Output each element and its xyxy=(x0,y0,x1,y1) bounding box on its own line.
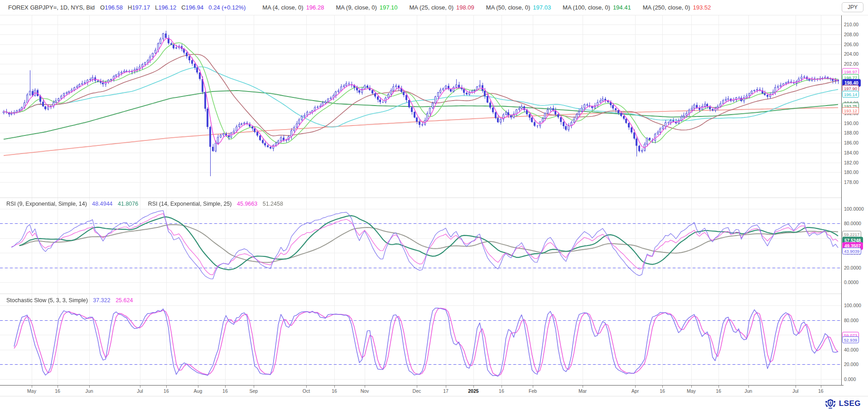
time-axis-tick-label: 16 xyxy=(818,388,824,394)
time-axis-tick xyxy=(719,386,719,388)
time-axis-tick xyxy=(140,386,140,388)
footer-separator xyxy=(0,396,868,396)
price-axis-tick-label: 180.00 xyxy=(844,169,858,175)
time-axis-tick xyxy=(821,386,821,388)
time-axis-tick xyxy=(89,386,90,388)
time-axis-tick xyxy=(635,386,636,388)
currency-axis-button[interactable]: JPY xyxy=(842,2,863,12)
stochastic-axis-tick-label: 80.000 xyxy=(844,318,858,323)
change-value: 0.24 (+0.12%) xyxy=(208,4,246,11)
time-axis-tick-label: Jun xyxy=(745,388,752,394)
rsi-axis-tick-label: 20.0000 xyxy=(844,265,861,270)
stochastic-axis-tick-label: 0.000 xyxy=(844,376,856,382)
rsi-axis-tick-label: 80.0000 xyxy=(844,221,861,226)
time-axis-tick xyxy=(417,386,417,388)
time-axis-tick xyxy=(662,386,663,388)
time-axis-tick-label: 16 xyxy=(55,388,60,394)
price-axis-tick-label: 210.00 xyxy=(844,22,858,27)
rsi-slow-title: RSI (14, Exponential, Simple, 25) xyxy=(148,201,232,207)
price-axis-tick-label: 208.00 xyxy=(844,32,858,37)
time-axis-tick xyxy=(748,386,749,388)
time-axis-tick-label: 16 xyxy=(660,388,665,394)
ma4-legend: MA (4, close, 0)196.28 xyxy=(262,4,324,11)
time-axis-tick xyxy=(365,386,365,388)
time-axis-tick-label: 16 xyxy=(164,388,169,394)
price-axis-tick-label: 202.00 xyxy=(844,61,858,67)
time-axis-tick-label: Jul xyxy=(137,388,143,394)
time-axis-tick-label: 16 xyxy=(499,388,504,394)
ma100-legend: MA (100, close, 0)194.41 xyxy=(563,4,631,11)
ma250-legend: MA (250, close, 0)193.52 xyxy=(643,4,711,11)
time-axis-tick-label: Dec xyxy=(413,388,421,394)
chart-header-bar: FOREX GBPJPY=, 1D, NYS, Bid O196.58 H197… xyxy=(0,0,868,15)
instrument-title: FOREX GBPJPY=, 1D, NYS, Bid xyxy=(8,4,95,11)
time-axis-tick xyxy=(254,386,254,388)
rsi-axis-tick-label: 100.0000 xyxy=(844,206,864,212)
time-axis-tick xyxy=(32,386,32,388)
time-axis-tick-label: Nov xyxy=(361,388,369,394)
time-axis-tick xyxy=(334,386,335,388)
time-axis-tick xyxy=(533,386,533,388)
price-axis-tick-label: 206.00 xyxy=(844,42,858,47)
time-axis-tick-label: Aug xyxy=(194,388,203,394)
high-value: H197.17 xyxy=(128,4,150,11)
charting-app: { "header": { "instrument": "FOREX GBPJP… xyxy=(0,0,868,410)
time-axis-tick-label: Jul xyxy=(792,388,798,394)
lseg-wordmark: LSEG xyxy=(839,399,861,408)
time-axis-tick-label: Jun xyxy=(86,388,93,394)
price-level-badge: 193.12 xyxy=(842,107,859,114)
time-axis-tick-label: 16 xyxy=(332,388,337,394)
low-value: L196.12 xyxy=(155,4,176,11)
time-axis-tick xyxy=(446,386,446,388)
time-axis-tick xyxy=(583,386,583,388)
time-axis-tick-label: May xyxy=(27,388,36,394)
price-axis-tick-label: 186.00 xyxy=(844,140,858,145)
rsi-chart-canvas[interactable] xyxy=(0,198,841,294)
time-axis-tick-label: Oct xyxy=(303,388,310,394)
price-axis-tick-label: 182.00 xyxy=(844,160,858,165)
time-axis-tick-label: Mar xyxy=(579,388,587,394)
panel-separator xyxy=(0,198,841,198)
panel-separator xyxy=(0,294,841,294)
ma9-legend: MA (9, close, 0)197.10 xyxy=(336,4,397,11)
time-axis-tick-label: 16 xyxy=(222,388,228,394)
time-axis-tick xyxy=(473,386,474,388)
open-value: O196.58 xyxy=(100,4,123,11)
rsi-slow-avg-value: 51.2458 xyxy=(263,201,283,207)
ma25-legend: MA (25, close, 0)198.09 xyxy=(409,4,474,11)
time-axis-tick xyxy=(198,386,198,388)
stochastic-axis-tick-label: 40.000 xyxy=(844,347,858,352)
price-axis-tick-label: 178.00 xyxy=(844,179,858,185)
time-axis-tick xyxy=(225,386,226,388)
time-axis-tick xyxy=(796,386,796,388)
stochastic-k-value: 37.322 xyxy=(93,297,110,304)
rsi-panel-header: RSI (9, Exponential, Simple, 14) 48.4944… xyxy=(6,201,287,207)
lseg-logo: LSEG xyxy=(825,398,861,410)
rsi-axis-tick-label: 0.0000 xyxy=(844,280,858,285)
stochastic-axis-tick-label: 20.000 xyxy=(844,362,858,367)
price-level-badge: 196.14 xyxy=(842,91,859,98)
price-axis-line xyxy=(841,15,842,386)
lseg-crest-icon xyxy=(825,398,836,410)
rsi-fast-avg-value: 41.8076 xyxy=(118,201,138,207)
price-chart-canvas[interactable] xyxy=(0,15,841,198)
time-axis-tick xyxy=(691,386,692,388)
price-axis-tick-label: 190.00 xyxy=(844,121,858,126)
time-axis-tick xyxy=(166,386,167,388)
stochastic-chart-canvas[interactable] xyxy=(0,294,841,384)
time-axis-tick xyxy=(502,386,502,388)
stochastic-panel-header: Stochastic Slow (5, 3, 3, Simple) 37.322… xyxy=(6,297,136,304)
stochastic-level-badge: 52.939 xyxy=(842,337,859,343)
time-axis-tick xyxy=(306,386,307,388)
rsi-fast-title: RSI (9, Exponential, Simple, 14) xyxy=(6,201,87,207)
rsi-fast-value: 48.4944 xyxy=(92,201,112,207)
rsi-level-badge: 43.9039 xyxy=(842,248,861,255)
time-axis-tick-label: Sep xyxy=(250,388,258,394)
stochastic-title: Stochastic Slow (5, 3, 3, Simple) xyxy=(6,297,88,304)
ma50-legend: MA (50, close, 0)197.03 xyxy=(486,4,551,11)
price-axis-tick-label: 188.00 xyxy=(844,130,858,135)
time-axis-tick-label: Apr xyxy=(632,388,639,394)
time-axis-tick-label: May xyxy=(687,388,696,394)
time-axis-line xyxy=(0,385,844,386)
time-axis-tick-label: 2025 xyxy=(468,388,478,394)
